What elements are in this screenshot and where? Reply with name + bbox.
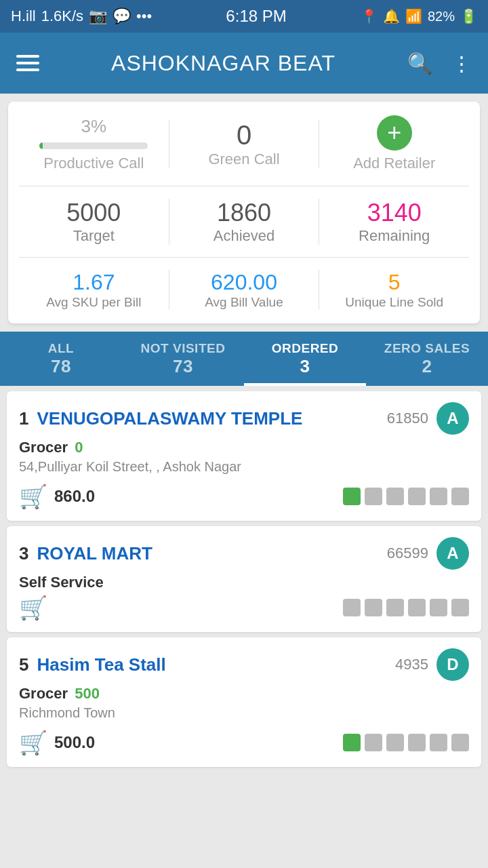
cart-icon-1: 🛒 [19, 483, 47, 510]
dot-1-2 [365, 488, 382, 505]
store-name-row-2: 3 ROYAL MART [19, 543, 387, 564]
store-avatar-3: D [436, 648, 469, 681]
achieved-cell: 1860 Achieved [169, 199, 320, 245]
location-icon: 📍 [361, 8, 378, 24]
store-footer-3: 🛒 500.0 [19, 729, 469, 756]
dot-2-1 [343, 599, 361, 616]
signal-icon: H.ill [11, 7, 36, 25]
store-name-row: 1 VENUGOPALASWAMY TEMPLE [19, 408, 387, 429]
green-call-count: 0 [237, 120, 251, 151]
cart-section-2: 🛒 [19, 594, 47, 621]
cart-value-1: 860.0 [54, 487, 95, 506]
store-type-3: Grocer [19, 685, 68, 703]
message-icon: 💬 [113, 7, 131, 25]
unique-line-label: Unique Line Sold [345, 295, 443, 310]
store-header-2: 3 ROYAL MART 66599 A [19, 537, 469, 570]
store-number-3: 5 [19, 654, 28, 675]
dot-1-5 [430, 488, 447, 505]
avg-sku-value: 1.67 [73, 270, 115, 295]
cart-section-1: 🛒 860.0 [19, 483, 95, 510]
store-code-3: 4935 [395, 656, 428, 673]
search-button[interactable]: 🔍 [407, 52, 432, 75]
dot-3-5 [430, 734, 447, 751]
status-time: 6:18 PM [226, 7, 286, 26]
store-type-row-3: Grocer 500 [19, 685, 469, 703]
remaining-label: Remaining [359, 227, 430, 245]
remaining-cell: 3140 Remaining [319, 199, 469, 245]
tab-ordered[interactable]: ORDERED 3 [244, 332, 366, 386]
unique-line-value: 5 [388, 270, 401, 295]
green-call-label: Green Call [208, 151, 279, 168]
stats-card: 3% Productive Call 0 Green Call + Add Re… [8, 102, 480, 323]
stats-top-row: 3% Productive Call 0 Green Call + Add Re… [19, 115, 469, 186]
cart-icon-2: 🛒 [19, 594, 47, 621]
tab-zero-sales[interactable]: ZERO SALES 2 [366, 332, 488, 386]
progress-bar [39, 142, 148, 149]
target-value: 5000 [66, 199, 121, 227]
achieved-label: Achieved [214, 227, 275, 245]
speed-indicator: 1.6K/s [41, 7, 83, 25]
achieved-value: 1860 [217, 199, 271, 227]
tab-zero-sales-label: ZERO SALES [384, 341, 470, 356]
store-name-1: VENUGOPALASWAMY TEMPLE [37, 408, 302, 429]
battery-level: 82% [428, 9, 455, 24]
tab-not-visited[interactable]: NOT VISITED 73 [122, 332, 244, 386]
cart-section-3: 🛒 500.0 [19, 729, 95, 756]
avg-sku-cell: 1.67 Avg SKU per Bill [19, 270, 169, 310]
tab-ordered-count: 3 [300, 356, 310, 377]
store-code-1: 61850 [387, 410, 428, 427]
dot-1-1 [343, 488, 361, 505]
menu-button[interactable] [16, 55, 39, 71]
store-avatar-1: A [436, 402, 469, 435]
tabs-bar: ALL 78 NOT VISITED 73 ORDERED 3 ZERO SAL… [0, 332, 488, 386]
dot-1-6 [451, 488, 469, 505]
store-code-2: 66599 [387, 545, 428, 562]
tab-all[interactable]: ALL 78 [0, 332, 122, 386]
store-list: 1 VENUGOPALASWAMY TEMPLE 61850 A Grocer … [0, 391, 488, 767]
store-card-3[interactable]: 5 Hasim Tea Stall 4935 D Grocer 500 Rich… [7, 637, 481, 767]
store-card-2[interactable]: 3 ROYAL MART 66599 A Self Service 🛒 [7, 526, 481, 632]
store-name-3: Hasim Tea Stall [37, 654, 165, 675]
unique-line-cell: 5 Unique Line Sold [319, 270, 469, 310]
store-avatar-2: A [436, 537, 469, 570]
avg-bill-cell: 620.00 Avg Bill Value [169, 270, 320, 310]
avg-bill-label: Avg Bill Value [205, 295, 283, 310]
store-type-row-2: Self Service [19, 574, 469, 591]
store-type-row-1: Grocer 0 [19, 439, 469, 456]
dot-2-5 [430, 599, 447, 616]
dot-3-1 [343, 734, 361, 751]
dot-indicators-1 [343, 488, 469, 505]
store-orders-1: 0 [75, 439, 83, 456]
dot-2-4 [408, 599, 426, 616]
avg-sku-label: Avg SKU per Bill [46, 295, 141, 310]
store-name-2: ROYAL MART [37, 543, 152, 564]
productive-label: Productive Call [43, 155, 144, 172]
store-header-1: 1 VENUGOPALASWAMY TEMPLE 61850 A [19, 402, 469, 435]
more-icon: ••• [136, 7, 152, 25]
dot-3-2 [365, 734, 382, 751]
battery-icon: 🔋 [460, 8, 477, 24]
tab-all-count: 78 [51, 356, 71, 377]
tab-not-visited-label: NOT VISITED [141, 341, 226, 356]
store-type-2: Self Service [19, 574, 104, 591]
store-number-1: 1 [19, 408, 28, 429]
store-orders-3: 500 [75, 685, 100, 703]
add-retailer-label: Add Retailer [353, 155, 435, 172]
add-retailer-section[interactable]: + Add Retailer [319, 115, 469, 172]
dot-1-3 [386, 488, 404, 505]
vibrate-icon: 🔔 [383, 8, 400, 24]
cart-icon-3: 🛒 [19, 729, 47, 756]
store-footer-2: 🛒 [19, 594, 469, 621]
more-options-button[interactable]: ⋮ [451, 52, 472, 75]
store-card-1[interactable]: 1 VENUGOPALASWAMY TEMPLE 61850 A Grocer … [7, 391, 481, 521]
avg-bill-value: 620.00 [211, 270, 277, 295]
tab-ordered-label: ORDERED [272, 341, 339, 356]
dot-1-4 [408, 488, 426, 505]
productive-percent: 3% [81, 116, 107, 137]
store-header-3: 5 Hasim Tea Stall 4935 D [19, 648, 469, 681]
store-footer-1: 🛒 860.0 [19, 483, 469, 510]
target-cell: 5000 Target [19, 199, 169, 245]
green-call-section: 0 Green Call [169, 120, 320, 168]
stats-middle-row: 5000 Target 1860 Achieved 3140 Remaining [19, 186, 469, 258]
camera-icon: 📷 [89, 7, 107, 25]
